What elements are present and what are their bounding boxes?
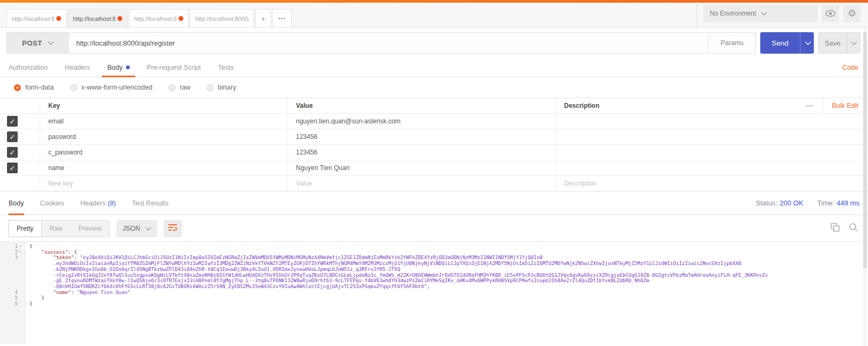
- key-cell[interactable]: name: [40, 160, 288, 175]
- tab-body[interactable]: Body: [107, 58, 130, 77]
- url-input[interactable]: [69, 33, 708, 53]
- vertical-scrollbar[interactable]: [863, 28, 867, 346]
- language-select[interactable]: JSON: [116, 220, 157, 237]
- body-type-form-data[interactable]: form-data: [14, 84, 54, 91]
- response-tab-cookies[interactable]: Cookies: [40, 192, 64, 215]
- key-cell[interactable]: c_password: [40, 145, 288, 160]
- language-select-value: JSON: [123, 225, 140, 232]
- response-section-tabs: Body Cookies Headers (8) Test Results St…: [0, 192, 868, 215]
- tab-headers[interactable]: Headers: [65, 58, 90, 77]
- tab-authorization[interactable]: Authorization: [9, 58, 48, 77]
- save-options-button[interactable]: [847, 33, 860, 53]
- radio-icon: [206, 84, 213, 91]
- request-tab-label: http://localhost:800: [73, 16, 115, 22]
- scrollbar-thumb[interactable]: [863, 32, 867, 268]
- new-value-input[interactable]: Value: [288, 176, 556, 191]
- response-toolbar: Pretty Raw Preview JSON: [0, 215, 868, 242]
- environment-select[interactable]: No Environment: [703, 5, 818, 22]
- body-type-binary[interactable]: binary: [206, 84, 236, 91]
- key-cell[interactable]: email: [40, 114, 288, 129]
- form-data-table: Key Value Description ••• Bulk Edit ✓ em…: [0, 98, 868, 192]
- row-check-cell: ✓: [0, 145, 40, 160]
- value-cell[interactable]: nguyen.tien.quan@sun-asterisk.com: [288, 114, 556, 129]
- new-tab-button[interactable]: +: [255, 9, 271, 27]
- send-options-button[interactable]: [800, 32, 814, 54]
- send-button[interactable]: Send: [760, 32, 800, 54]
- eye-icon: [825, 10, 836, 17]
- chevron-down-icon: [48, 40, 53, 46]
- view-mode-raw[interactable]: Raw: [41, 220, 70, 237]
- save-button-group: Save: [818, 32, 860, 54]
- time-value: 449 ms: [836, 199, 859, 207]
- unsaved-dot-icon: [179, 16, 183, 21]
- settings-button[interactable]: ⚙: [843, 5, 860, 22]
- view-mode-pretty[interactable]: Pretty: [8, 220, 42, 237]
- description-cell[interactable]: [556, 145, 868, 160]
- send-button-group: Send: [760, 32, 814, 54]
- request-section-tabs: Authorization Headers Body Pre-request S…: [0, 58, 868, 77]
- wrap-text-button[interactable]: [164, 220, 182, 237]
- time-label: Time:: [817, 199, 834, 207]
- chevron-down-icon: [761, 11, 812, 16]
- tab-tests[interactable]: Tests: [218, 58, 233, 77]
- request-tab-label: http://localhost:800: [134, 16, 176, 22]
- copy-icon: [830, 226, 840, 234]
- row-checkbox[interactable]: ✓: [7, 116, 18, 127]
- request-tab-2[interactable]: http://localhost:800: [68, 9, 128, 27]
- view-mode-preview[interactable]: Preview: [70, 220, 109, 237]
- method-select-value: POST: [22, 39, 42, 47]
- request-tab-1[interactable]: http://localhost:800: [6, 9, 66, 27]
- key-cell[interactable]: password: [40, 129, 288, 144]
- response-tab-test-results[interactable]: Test Results: [132, 192, 168, 215]
- gear-icon: ⚙: [848, 9, 856, 18]
- bulk-edit-link[interactable]: Bulk Edit: [823, 98, 868, 113]
- request-tab-bar: http://localhost:800 http://localhost:80…: [0, 3, 868, 28]
- row-checkbox[interactable]: ✓: [7, 131, 18, 142]
- radio-selected-icon: [14, 84, 21, 91]
- response-tab-body[interactable]: Body: [9, 192, 24, 215]
- description-cell[interactable]: [556, 114, 868, 129]
- row-checkbox[interactable]: ✓: [7, 147, 18, 158]
- unsaved-dot-icon: [56, 16, 61, 21]
- tab-label: Authorization: [9, 64, 48, 71]
- params-button[interactable]: Params: [708, 33, 755, 53]
- more-tabs-button[interactable]: •••: [272, 9, 292, 27]
- table-header-row: Key Value Description ••• Bulk Edit: [0, 98, 868, 114]
- tab-label: Pre-request Script: [147, 64, 201, 71]
- new-description-input[interactable]: Description: [556, 176, 868, 191]
- description-cell[interactable]: [556, 160, 868, 175]
- tab-label: Cookies: [40, 200, 64, 207]
- view-mode-switch: Pretty Raw Preview: [8, 220, 110, 237]
- value-cell[interactable]: 123456: [288, 145, 556, 160]
- header-actions: ••• Bulk Edit: [796, 98, 868, 113]
- row-check-cell: [0, 176, 40, 191]
- row-check-cell: ✓: [0, 114, 40, 129]
- table-row: ✓ name Nguyen Tien Quan: [0, 160, 868, 176]
- column-header-value: Value: [288, 98, 556, 113]
- radio-label: binary: [218, 84, 236, 91]
- response-body-viewer[interactable]: 1▾{2▾ "success": {3 "token": "eyJ0eXAiOi…: [0, 242, 868, 344]
- tab-label: Test Results: [132, 200, 168, 207]
- column-header-key: Key: [40, 98, 288, 113]
- new-key-input[interactable]: New key: [40, 176, 288, 191]
- more-options-icon[interactable]: •••: [796, 103, 823, 109]
- response-tab-headers[interactable]: Headers (8): [80, 192, 116, 215]
- body-type-x-www-form-urlencoded[interactable]: x-www-form-urlencoded: [70, 84, 153, 91]
- chevron-down-icon: [805, 40, 810, 46]
- value-cell[interactable]: 123456: [288, 129, 556, 144]
- search-response-button[interactable]: [849, 223, 858, 234]
- request-tab-3[interactable]: http://localhost:800: [129, 9, 189, 27]
- environment-quick-look-button[interactable]: [822, 5, 839, 22]
- row-checkbox[interactable]: ✓: [7, 163, 18, 173]
- body-present-dot-icon: [126, 65, 130, 69]
- request-tab-4[interactable]: http://localhost:8000/api/: [190, 9, 254, 27]
- radio-icon: [168, 84, 175, 91]
- description-cell[interactable]: [556, 129, 868, 144]
- copy-response-button[interactable]: [830, 223, 840, 234]
- save-button[interactable]: Save: [819, 33, 847, 53]
- value-cell[interactable]: Nguyen Tien Quan: [288, 160, 556, 175]
- tab-pre-request-script[interactable]: Pre-request Script: [147, 58, 201, 77]
- method-select[interactable]: POST: [6, 32, 68, 54]
- code-link[interactable]: Code: [842, 64, 858, 71]
- body-type-raw[interactable]: raw: [168, 84, 190, 91]
